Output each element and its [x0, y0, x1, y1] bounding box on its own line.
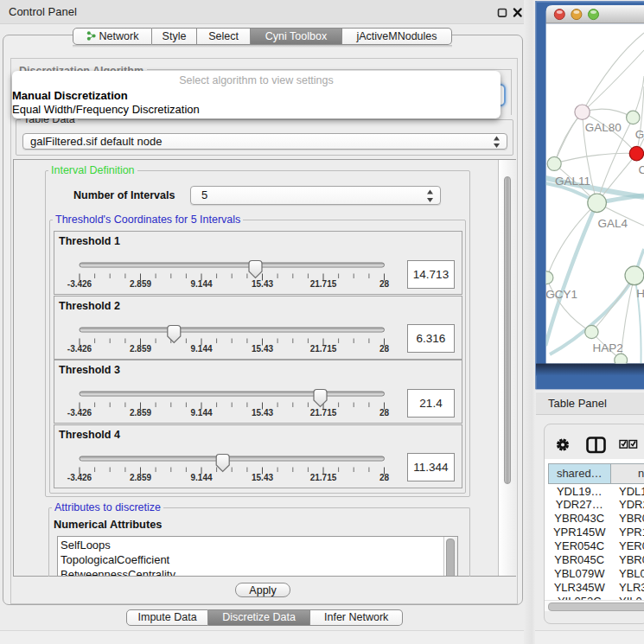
svg-text:-3.426: -3.426	[67, 408, 92, 418]
svg-text:GAL11: GAL11	[555, 175, 590, 188]
svg-text:CY: CY	[639, 163, 644, 176]
svg-text:GAL4: GAL4	[635, 128, 644, 141]
svg-text:9.144: 9.144	[190, 408, 212, 418]
svg-text:2.859: 2.859	[130, 344, 151, 354]
svg-text:2.859: 2.859	[130, 408, 151, 418]
svg-text:28: 28	[379, 279, 390, 289]
svg-text:9.144: 9.144	[190, 344, 212, 354]
svg-text:21.715: 21.715	[310, 279, 337, 289]
svg-text:28: 28	[379, 408, 390, 418]
svg-text:2.859: 2.859	[130, 473, 151, 482]
svg-text:-3.426: -3.426	[67, 473, 92, 482]
svg-text:21.715: 21.715	[310, 473, 337, 482]
svg-text:15.43: 15.43	[252, 344, 273, 354]
svg-text:28: 28	[379, 344, 390, 354]
svg-text:28: 28	[379, 473, 390, 482]
svg-text:-3.426: -3.426	[67, 279, 92, 289]
svg-text:15.43: 15.43	[252, 279, 273, 289]
svg-text:9.144: 9.144	[190, 473, 212, 482]
svg-text:15.43: 15.43	[252, 473, 273, 482]
svg-text:GAL4: GAL4	[598, 217, 628, 230]
svg-text:21.715: 21.715	[310, 344, 337, 354]
svg-text:9.144: 9.144	[190, 279, 212, 289]
svg-text:HA: HA	[636, 287, 644, 300]
svg-text:21.715: 21.715	[310, 408, 337, 418]
svg-text:15.43: 15.43	[252, 408, 273, 418]
svg-text:HAP2: HAP2	[593, 341, 623, 354]
svg-text:-3.426: -3.426	[67, 344, 92, 354]
svg-text:GAL80: GAL80	[585, 121, 622, 134]
svg-text:GCY1: GCY1	[545, 288, 577, 301]
svg-text:2.859: 2.859	[130, 279, 151, 289]
